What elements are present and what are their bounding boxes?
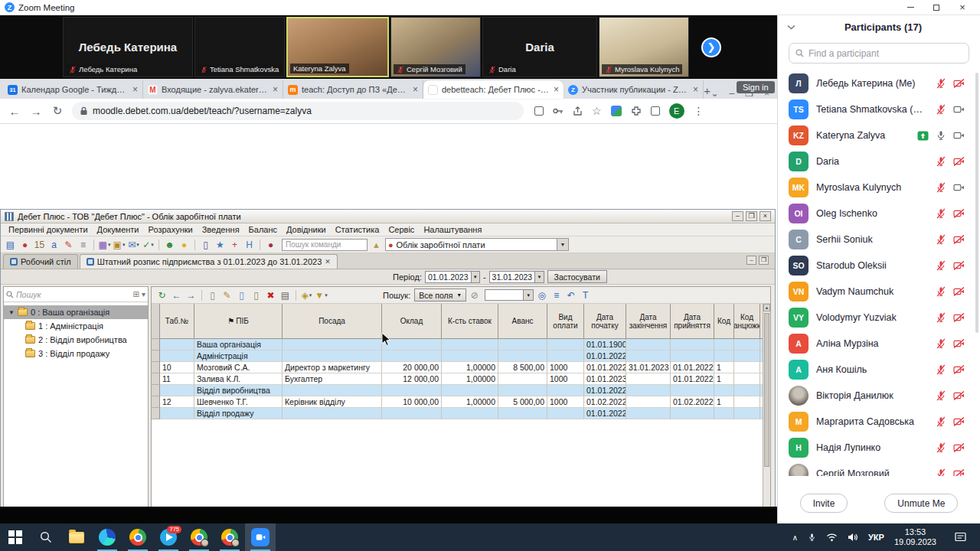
period-from-field[interactable]: 01.01.2023▼ — [425, 271, 480, 283]
participant-row[interactable]: OI Oleg Ischenko — [778, 201, 975, 227]
text-filter-icon[interactable]: T — [579, 289, 592, 302]
install-icon[interactable] — [534, 106, 544, 116]
table-row[interactable]: Адміністрація01.01.2022 — [152, 350, 763, 362]
find-icon[interactable]: ◎ — [535, 289, 548, 302]
menu-item[interactable]: Первинні документи — [4, 225, 93, 234]
video-tile[interactable]: Tetiana Shmatkovska — [194, 17, 285, 77]
participant-row[interactable]: M Маргарита Садовська — [778, 409, 975, 435]
table-row[interactable]: 11Залива К.Л.Бухгалтер12 000,001,0000010… — [152, 373, 763, 385]
browser-profile-avatar[interactable]: E — [669, 103, 684, 119]
people-icon[interactable]: ☻ — [163, 238, 176, 251]
extensions-puzzle-icon[interactable] — [631, 106, 642, 116]
edge-icon[interactable] — [92, 523, 122, 551]
chrome-profile-3-icon[interactable] — [214, 523, 245, 551]
menu-item[interactable]: Розрахунки — [144, 225, 198, 234]
participant-row[interactable]: A Аліна Мурзіна — [778, 331, 975, 357]
close-icon[interactable]: × — [949, 1, 975, 15]
reload-icon[interactable]: ↻ — [51, 104, 64, 118]
participant-row[interactable]: Вікторія Данилюк — [778, 383, 975, 409]
tree-item[interactable]: ▼ 0 : Ваша організація — [4, 305, 148, 319]
participant-row[interactable]: VN Vadym Naumchuk — [778, 279, 975, 305]
actions-icon[interactable]: ◈▾ — [300, 289, 313, 302]
microphone-tray-icon[interactable] — [808, 532, 816, 543]
restore-icon[interactable]: ❒ — [759, 256, 769, 265]
view-record-icon[interactable]: ▯ — [250, 289, 263, 302]
chart-menu-icon[interactable]: ▦▾ — [98, 238, 111, 251]
period-to-field[interactable]: 31.01.2023▼ — [489, 271, 544, 283]
new-record-icon[interactable]: ▯ — [206, 289, 219, 302]
file-explorer-icon[interactable] — [61, 523, 92, 551]
minimize-icon[interactable]: – — [732, 211, 743, 221]
back-icon[interactable]: ← — [170, 289, 183, 302]
table-row[interactable]: 12Шевченко Т.Г.Керівник відділу10 000,00… — [152, 396, 763, 408]
participant-row[interactable]: Л Лебедь Катерина (Me) — [778, 70, 975, 96]
column-header[interactable]: К-сть ставок — [442, 304, 498, 339]
row-selector[interactable] — [152, 373, 160, 385]
column-header[interactable]: Код — [714, 304, 734, 339]
menu-item[interactable]: Сервіс — [384, 225, 419, 234]
edit-record-icon[interactable]: ✎ — [220, 289, 234, 302]
table-row[interactable]: Ваша організація01.01.1900 — [152, 339, 763, 350]
chrome-profile-2-icon[interactable] — [184, 523, 214, 551]
list-icon[interactable]: ≡ — [77, 238, 90, 251]
column-header[interactable]: Код ланцюжка — [734, 304, 760, 339]
chevron-down-icon[interactable]: ▼ — [534, 272, 543, 282]
filter-icon[interactable]: ▼▾ — [315, 289, 328, 302]
menu-item[interactable]: Документи — [93, 225, 144, 234]
row-selector[interactable] — [152, 339, 160, 350]
browser-tab[interactable]: M Входящие - zalyva.ekaterina@g × — [143, 80, 283, 99]
language-indicator[interactable]: УКР — [868, 533, 884, 542]
menu-item[interactable]: Налаштування — [419, 225, 486, 234]
new-tab-icon[interactable]: + — [704, 82, 710, 99]
participant-row[interactable]: H Надія Лупинко — [778, 435, 975, 461]
column-header[interactable]: Дата закінчення — [626, 304, 671, 339]
close-tab-icon[interactable]: × — [693, 84, 698, 95]
command-search-input[interactable]: Пошук команди — [282, 239, 368, 251]
folders-icon[interactable]: ▤ — [4, 238, 17, 251]
video-tile[interactable]: Kateryna Zalyva — [286, 17, 389, 77]
minimize-icon[interactable]: – — [746, 256, 756, 265]
view-tab[interactable]: Робочий стіл — [3, 254, 78, 269]
help-icon[interactable]: ● — [264, 238, 277, 251]
speaker-icon[interactable] — [848, 533, 858, 542]
zoom-icon[interactable] — [245, 523, 276, 551]
invite-button[interactable]: Invite — [800, 494, 848, 513]
column-header[interactable]: Дата прийняття — [671, 304, 714, 339]
bookmark-star-icon[interactable]: ☆ — [592, 105, 602, 117]
video-tile[interactable]: Myroslava Kulynych — [599, 17, 689, 77]
share-icon[interactable] — [573, 106, 583, 116]
edit-icon[interactable]: ✎ — [62, 238, 75, 251]
clear-icon[interactable]: ⊘ — [468, 289, 481, 302]
search-value-combo[interactable]: ▼ — [485, 289, 534, 301]
table-row[interactable]: 10Мозговий С.А.Директор з маркетингу20 0… — [152, 362, 763, 373]
document-icon[interactable]: ▯ — [199, 238, 212, 251]
address-bar[interactable]: moodle.debet.com.ua/debet/teach/?usernam… — [72, 102, 524, 120]
maximize-icon[interactable]: ❒ — [746, 211, 757, 221]
search-field-selector[interactable]: Все поля▼ — [414, 289, 466, 302]
video-tile[interactable]: Daria Daria — [482, 17, 597, 77]
columns-icon[interactable]: ≡ — [550, 289, 563, 302]
participant-row[interactable]: A Аня Кошіль — [778, 357, 975, 383]
column-header[interactable]: Таб.№ — [160, 304, 194, 339]
scroll-up-icon[interactable]: ▲ — [763, 304, 770, 311]
view-tab[interactable]: Штатний розпис підприємства з 01.01.2023… — [80, 254, 338, 269]
wifi-icon[interactable] — [826, 533, 838, 542]
participant-row[interactable]: D Daria — [778, 148, 975, 174]
next-participants-icon[interactable]: ❯ — [701, 37, 721, 57]
column-header[interactable]: Аванс — [498, 304, 547, 339]
column-header[interactable]: ⚑ПІБ — [194, 304, 283, 339]
tree-search-input[interactable]: Пошук ⊞ ▾ — [4, 287, 148, 302]
box-menu-icon[interactable]: ▣▾ — [113, 238, 126, 251]
video-tile[interactable]: Сергій Мозговий — [390, 17, 481, 77]
close-tab-icon[interactable]: × — [132, 84, 138, 95]
tree-item[interactable]: 2 : Відділ виробництва — [4, 333, 148, 347]
participant-row[interactable]: C Serhii Soniuk — [778, 227, 975, 253]
delete-record-icon[interactable]: ✖ — [264, 289, 277, 302]
maximize-icon[interactable] — [923, 1, 949, 15]
browser-menu-icon[interactable]: ⋮ — [694, 105, 704, 117]
action-center-icon[interactable] — [946, 523, 974, 551]
forward-icon[interactable]: → — [185, 289, 198, 302]
context-combo[interactable]: ● Облік заробітної плати ▼ — [385, 238, 569, 251]
participant-row[interactable]: Сергій Мозговий — [778, 461, 975, 476]
video-tile[interactable]: Лебедь Катерина Лебедь Катерина — [63, 17, 193, 77]
